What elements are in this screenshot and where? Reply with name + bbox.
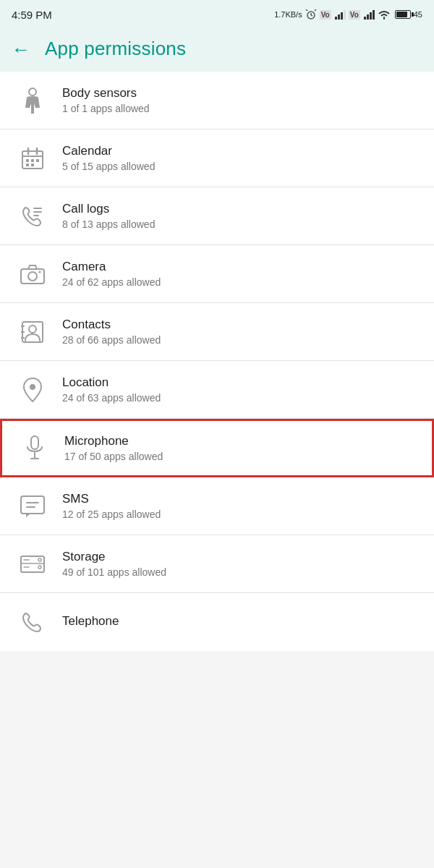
microphone-text: Microphone 17 of 50 apps allowed [53, 434, 417, 462]
svg-rect-8 [344, 10, 346, 20]
call-logs-text: Call logs 8 of 13 apps allowed [51, 202, 420, 230]
permission-item-body-sensors[interactable]: Body sensors 1 of 1 apps allowed [0, 72, 434, 129]
contacts-count: 28 of 66 apps allowed [62, 334, 420, 346]
svg-point-30 [29, 326, 36, 333]
permissions-list: Body sensors 1 of 1 apps allowed Calenda… [0, 72, 434, 651]
back-button[interactable]: ← [12, 40, 30, 59]
svg-rect-21 [26, 163, 29, 166]
contacts-icon [14, 320, 51, 344]
permission-item-calendar[interactable]: Calendar 5 of 15 apps allowed [0, 129, 434, 187]
storage-text: Storage 49 of 101 apps allowed [51, 550, 420, 578]
contacts-text: Contacts 28 of 66 apps allowed [51, 318, 420, 346]
battery-icon [395, 10, 411, 19]
body-sensors-name: Body sensors [62, 86, 420, 101]
microphone-name: Microphone [64, 434, 417, 448]
permission-item-sms[interactable]: SMS 12 of 25 apps allowed [0, 477, 434, 535]
body-sensors-text: Body sensors 1 of 1 apps allowed [51, 86, 420, 114]
volte-icon: Vo [320, 10, 331, 20]
permission-item-microphone[interactable]: Microphone 17 of 50 apps allowed [0, 419, 434, 477]
svg-rect-5 [335, 17, 337, 20]
call-logs-icon [14, 205, 51, 228]
microphone-count: 17 of 50 apps allowed [64, 451, 417, 462]
contacts-name: Contacts [62, 318, 420, 332]
location-icon [14, 377, 51, 403]
sms-icon [14, 495, 51, 518]
camera-name: Camera [62, 260, 420, 274]
telephone-name: Telephone [62, 614, 420, 629]
sms-name: SMS [62, 492, 420, 506]
svg-rect-11 [370, 12, 372, 20]
svg-point-45 [38, 558, 41, 561]
svg-point-27 [28, 272, 37, 281]
calendar-name: Calendar [62, 144, 420, 158]
svg-rect-10 [367, 14, 369, 20]
storage-icon [14, 553, 51, 575]
header: ← App permissions [0, 29, 434, 72]
storage-count: 49 of 101 apps allowed [62, 566, 420, 578]
alarm-icon [305, 9, 317, 20]
signal-icon-2 [363, 9, 375, 20]
svg-point-34 [30, 384, 35, 390]
camera-count: 24 of 62 apps allowed [62, 276, 420, 288]
location-name: Location [62, 375, 420, 390]
storage-name: Storage [62, 550, 420, 564]
wifi-icon [378, 9, 391, 20]
status-icons: 1.7KB/s Vo Vo [274, 9, 422, 20]
svg-rect-22 [31, 163, 34, 166]
telephone-icon [14, 611, 51, 633]
microphone-icon [17, 435, 53, 461]
page-title: App permissions [45, 38, 186, 60]
svg-rect-20 [36, 159, 39, 162]
svg-line-2 [311, 15, 312, 16]
permission-item-telephone[interactable]: Telephone [0, 593, 434, 651]
calendar-count: 5 of 15 apps allowed [62, 161, 420, 172]
location-text: Location 24 of 63 apps allowed [51, 375, 420, 404]
telephone-text: Telephone [51, 614, 420, 631]
svg-point-46 [38, 566, 41, 569]
calendar-icon [14, 147, 51, 170]
status-time: 4:59 PM [12, 9, 52, 21]
svg-rect-9 [364, 17, 366, 20]
status-bar: 4:59 PM 1.7KB/s Vo Vo [0, 0, 434, 29]
svg-rect-35 [31, 436, 38, 449]
permission-item-call-logs[interactable]: Call logs 8 of 13 apps allowed [0, 187, 434, 245]
svg-rect-6 [338, 14, 340, 20]
sms-count: 12 of 25 apps allowed [62, 509, 420, 520]
call-logs-count: 8 of 13 apps allowed [62, 218, 420, 230]
svg-rect-38 [21, 496, 44, 514]
location-count: 24 of 63 apps allowed [62, 392, 420, 404]
camera-icon [14, 264, 51, 284]
battery-level: 45 [414, 10, 422, 19]
permission-item-contacts[interactable]: Contacts 28 of 66 apps allowed [0, 303, 434, 361]
call-logs-name: Call logs [62, 202, 420, 216]
permission-item-camera[interactable]: Camera 24 of 62 apps allowed [0, 245, 434, 303]
calendar-text: Calendar 5 of 15 apps allowed [51, 144, 420, 172]
svg-point-13 [29, 88, 36, 95]
camera-text: Camera 24 of 62 apps allowed [51, 260, 420, 288]
svg-point-28 [39, 271, 41, 273]
svg-rect-18 [26, 159, 29, 162]
permission-item-storage[interactable]: Storage 49 of 101 apps allowed [0, 535, 434, 593]
svg-rect-19 [31, 159, 34, 162]
body-sensors-count: 1 of 1 apps allowed [62, 103, 420, 114]
sms-text: SMS 12 of 25 apps allowed [51, 492, 420, 520]
volte-icon-2: Vo [349, 10, 360, 20]
svg-line-3 [306, 9, 307, 11]
body-sensors-icon [14, 88, 51, 114]
svg-rect-12 [373, 10, 375, 20]
svg-rect-7 [341, 12, 343, 20]
signal-icon-1 [334, 9, 346, 20]
permission-item-location[interactable]: Location 24 of 63 apps allowed [0, 361, 434, 419]
network-speed: 1.7KB/s [274, 10, 302, 19]
svg-line-4 [315, 9, 316, 11]
